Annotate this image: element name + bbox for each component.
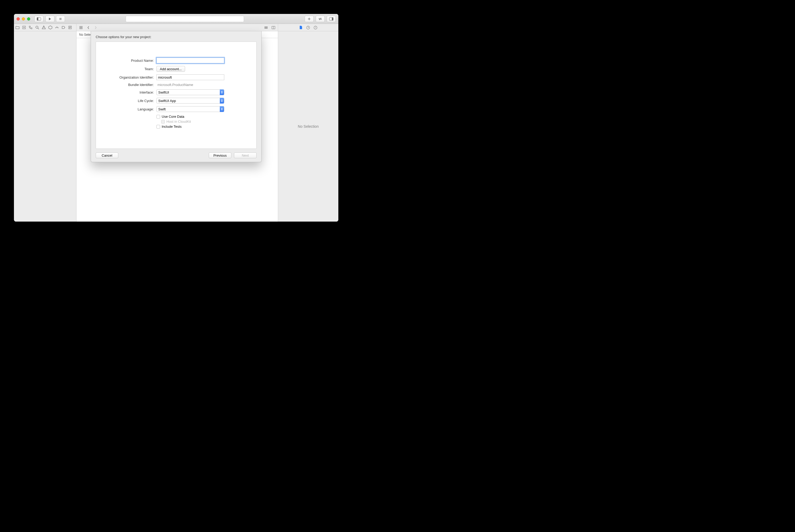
product-name-input[interactable] [156,58,224,63]
svg-rect-6 [29,26,30,27]
xcode-window: No Selection ? No Selection Choose optio… [14,14,338,222]
run-stop-group [45,16,65,22]
host-cloudkit-label: Host in CloudKit [166,119,191,124]
bundle-identifier-label: Bundle Identifier: [104,83,156,87]
inspector-tabs: ? [278,24,338,31]
interface-select-value: SwiftUI [158,90,169,94]
source-control-navigator-icon[interactable] [22,25,26,30]
go-forward-icon[interactable] [93,25,98,30]
breakpoint-navigator-icon[interactable] [61,25,65,30]
library-button[interactable] [305,16,314,22]
chevron-updown-icon [220,98,224,103]
svg-rect-1 [37,17,38,20]
inspector-body: No Selection [278,31,338,222]
interface-select[interactable]: SwiftUI [156,89,224,95]
life-cycle-select[interactable]: SwiftUI App [156,98,224,103]
org-identifier-label: Organization Identifier: [104,75,156,79]
help-inspector-icon[interactable]: ? [314,26,317,30]
use-core-data-checkbox[interactable] [156,115,160,118]
close-window-button[interactable] [17,17,20,20]
life-cycle-label: Life Cycle: [104,99,156,103]
sidebar-right-icon [329,17,333,20]
host-cloudkit-checkbox [161,120,165,124]
svg-rect-7 [31,28,32,29]
language-select-value: Swift [158,107,166,111]
related-items-icon[interactable] [79,25,83,30]
stop-icon [59,18,62,20]
go-back-icon[interactable] [86,25,91,30]
use-core-data-label: Use Core Data [162,115,184,118]
use-core-data-row: Use Core Data [156,115,248,118]
titlebar [14,14,338,24]
sheet-body: Product Name: Team: Add account... Organ… [96,41,257,149]
interface-label: Interface: [104,90,156,94]
history-inspector-icon[interactable] [306,26,310,30]
plus-icon [308,17,311,20]
svg-rect-11 [81,26,82,27]
jump-bar [76,24,278,31]
inspector-panel: ? No Selection [278,24,338,222]
window-controls [17,17,30,20]
svg-point-8 [36,26,38,28]
add-account-button[interactable]: Add account... [156,66,185,72]
toggle-navigator-button[interactable] [34,16,43,22]
file-inspector-icon[interactable] [299,25,303,30]
cancel-button[interactable]: Cancel [96,152,118,158]
report-navigator-icon[interactable] [68,25,72,30]
sidebar-left-icon [37,17,41,20]
language-label: Language: [104,107,156,111]
language-select[interactable]: Swift [156,106,224,112]
inspector-no-selection-label: No Selection [298,124,319,129]
new-project-options-sheet: Choose options for your new project: Pro… [91,31,262,162]
symbol-navigator-icon[interactable] [29,25,33,30]
sheet-title: Choose options for your new project: [96,35,257,39]
maximize-window-button[interactable] [27,17,30,20]
stop-button[interactable] [56,16,65,22]
previous-button[interactable]: Previous [209,152,231,158]
org-identifier-input[interactable] [156,74,224,80]
sheet-footer: Cancel Previous Next [96,149,257,158]
arrows-swap-icon [318,18,322,20]
issue-navigator-icon[interactable] [42,25,46,30]
add-editor-icon[interactable] [271,25,276,30]
svg-rect-12 [80,28,81,29]
include-tests-checkbox[interactable] [156,125,160,129]
next-button: Next [234,152,257,158]
play-icon [49,17,51,20]
navigator-panel [14,24,76,222]
include-tests-row: Include Tests [156,125,248,129]
minimize-window-button[interactable] [22,17,25,20]
editor-options-icon[interactable] [264,25,268,30]
svg-rect-13 [81,28,82,29]
chevron-updown-icon [220,106,224,112]
svg-rect-10 [80,26,81,27]
svg-text:?: ? [315,26,316,29]
code-review-button[interactable] [316,16,325,22]
run-button[interactable] [45,16,54,22]
test-navigator-icon[interactable] [49,25,52,30]
content-area: No Selection ? No Selection Choose optio… [14,24,338,222]
team-label: Team: [104,67,156,71]
activity-view [126,16,244,22]
find-navigator-icon[interactable] [35,25,39,30]
navigator-tabs [14,24,76,31]
svg-rect-4 [332,17,333,20]
debug-navigator-icon[interactable] [55,25,59,30]
host-cloudkit-row: Host in CloudKit [161,119,248,124]
chevron-updown-icon [220,89,224,95]
include-tests-label: Include Tests [162,125,182,129]
life-cycle-select-value: SwiftUI App [158,99,176,103]
project-navigator-icon[interactable] [16,25,19,30]
svg-rect-2 [59,18,61,20]
bundle-identifier-value: microsoft.ProductName [156,83,193,87]
product-name-label: Product Name: [104,59,156,62]
toggle-inspectors-button[interactable] [327,16,336,22]
